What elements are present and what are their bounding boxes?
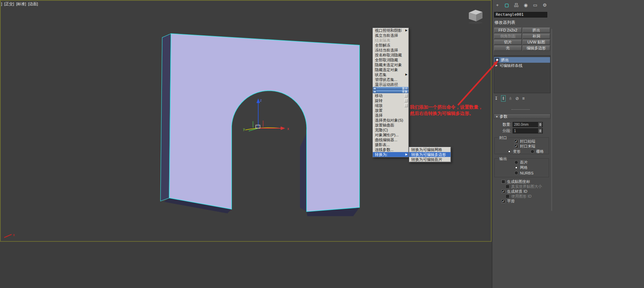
menu-item-convert-editable-patch[interactable]: 转换为可编辑面片 bbox=[409, 157, 451, 162]
menu-item-viewport-lighting-shadows[interactable]: 视口照明和阴影▶ bbox=[373, 28, 409, 33]
patch-radio[interactable] bbox=[514, 160, 518, 164]
menu-item-freeze-selection[interactable]: 冻结当前选择 bbox=[373, 48, 409, 53]
amount-spinner[interactable]: 280.0mm bbox=[513, 122, 543, 127]
segments-spinner[interactable]: 1 bbox=[513, 128, 543, 133]
viewport-shading-label[interactable]: [标准] bbox=[16, 2, 26, 6]
parameters-rollout-header[interactable]: ▼参数 bbox=[494, 114, 550, 119]
menu-item-curve-editor[interactable]: 曲线编辑器... bbox=[373, 137, 409, 142]
menu-item-move[interactable]: 移动 bbox=[373, 93, 409, 98]
settings-icon[interactable] bbox=[404, 104, 408, 107]
menu-item-unhide-all[interactable]: 全部取消隐藏 bbox=[373, 57, 409, 62]
object-name-field[interactable]: Rectangle001 bbox=[494, 12, 547, 18]
world-x-axis bbox=[4, 234, 12, 238]
expand-arrow-icon[interactable]: ▶ bbox=[495, 63, 498, 68]
create-tab-icon[interactable]: + bbox=[494, 2, 500, 8]
menu-item-rotate[interactable]: 旋转 bbox=[373, 98, 409, 103]
remove-modifier-icon[interactable]: ⊘ bbox=[515, 96, 519, 101]
menu-item-manage-state-sets[interactable]: 管理状态集... bbox=[373, 77, 409, 82]
menu-item-unfreeze-all[interactable]: 全部解冻 bbox=[373, 43, 409, 48]
mesh-option[interactable]: 网格 bbox=[514, 165, 528, 170]
3dsmax-window: x y z x ][正交][标准][边面] 视口照明和阴影▶ 孤立当前选择 结束… bbox=[0, 0, 644, 288]
menu-item-scale[interactable]: 缩放 bbox=[373, 103, 409, 108]
utilities-tab-icon[interactable]: ⚙ bbox=[542, 2, 548, 8]
grid-radio[interactable] bbox=[530, 150, 534, 153]
cap-start-checkbox[interactable]: ✓ bbox=[514, 139, 518, 143]
configure-modifier-sets-icon[interactable]: ≡ bbox=[522, 96, 525, 101]
stack-toolbar: ↧ ‖ ⋔ ⊘ ≡ bbox=[494, 95, 525, 102]
grid-option[interactable]: 栅格 bbox=[530, 149, 544, 154]
menu-item-object-properties[interactable]: 对象属性(P)... bbox=[373, 132, 409, 137]
menu-item-hide-unselected[interactable]: 隐藏未选定对象 bbox=[373, 62, 409, 67]
submenu-arrow-icon: ▶ bbox=[405, 28, 407, 33]
menu-item-convert-to[interactable]: 转换为:▶ bbox=[373, 152, 409, 157]
viewport[interactable]: x y z x ][正交][标准][边面] 视口照明和阴影▶ 孤立当前选择 结束… bbox=[0, 0, 492, 242]
modifier-button-cap-holes[interactable]: 补洞 bbox=[522, 34, 550, 39]
morph-option[interactable]: 变形 bbox=[507, 149, 521, 154]
modifier-button-slice[interactable]: 切片 bbox=[494, 40, 522, 45]
real-world-map-checkbox bbox=[506, 185, 509, 188]
modify-tab-icon[interactable]: ▢ bbox=[504, 2, 510, 8]
smooth-checkbox[interactable]: ✓ bbox=[501, 199, 505, 203]
modifier-button-bevel-profile: 倒角剖面 bbox=[494, 34, 522, 39]
menu-item-placement[interactable]: 放置 bbox=[373, 108, 409, 113]
menu-item-hide-selection[interactable]: 隐藏选定对象 bbox=[373, 67, 409, 72]
nurbs-radio[interactable] bbox=[514, 171, 518, 175]
modifier-button-ffd[interactable]: FFD 2x2x2 bbox=[494, 28, 522, 33]
pin-stack-icon[interactable]: ↧ bbox=[494, 96, 498, 101]
display-tab-icon[interactable]: ▭ bbox=[532, 2, 538, 8]
menu-item-unhide-by-name[interactable]: 按名称取消隐藏 bbox=[373, 53, 409, 57]
menu-item-dope-sheet[interactable]: 摄影表... bbox=[373, 142, 409, 147]
menu-item-state-sets[interactable]: 状态集▶ bbox=[373, 72, 409, 77]
modifier-list-dropdown[interactable]: 修改器列表 bbox=[494, 20, 515, 25]
menu-item-select[interactable]: 选择 bbox=[373, 113, 409, 118]
spinner-arrows[interactable] bbox=[538, 122, 542, 127]
show-end-result-icon[interactable]: ‖ bbox=[501, 95, 506, 102]
transform-gizmo[interactable]: x y z bbox=[243, 98, 289, 131]
menu-item-show-motion-paths[interactable]: 显示运动路径 bbox=[373, 82, 409, 87]
motion-tab-icon[interactable]: ◉ bbox=[523, 2, 529, 8]
spinner-arrows[interactable] bbox=[538, 129, 542, 133]
modifier-button-extrude[interactable]: 挤出 bbox=[522, 28, 550, 33]
settings-icon[interactable] bbox=[404, 99, 408, 102]
patch-option[interactable]: 面片 bbox=[514, 160, 528, 165]
use-shape-id-checkbox bbox=[506, 194, 509, 198]
menu-item-convert-editable-mesh[interactable]: 转换为可编辑网格 bbox=[409, 147, 451, 152]
spinner-up-icon[interactable] bbox=[539, 123, 541, 124]
object-inner-right-face bbox=[300, 133, 307, 212]
viewport-edged-faces-label[interactable]: [边面] bbox=[28, 2, 38, 6]
cap-end-option[interactable]: ✓ 封口末端 bbox=[514, 144, 535, 149]
spinner-down-icon[interactable] bbox=[539, 131, 541, 132]
smooth-option[interactable]: ✓ 平滑 bbox=[501, 199, 515, 204]
modifier-button-uvw-map[interactable]: UVW 贴图 bbox=[522, 40, 550, 45]
settings-icon[interactable] bbox=[404, 94, 408, 97]
generate-mapping-checkbox[interactable] bbox=[501, 180, 505, 184]
menu-item-convert-editable-poly[interactable]: 转换为可编辑多边形 bbox=[409, 152, 451, 157]
modifier-button-edit-poly[interactable]: 编辑多边形 bbox=[522, 46, 550, 51]
quad-chip-icon bbox=[373, 90, 376, 93]
menu-item-select-similar[interactable]: 选择类似对象(S) bbox=[373, 118, 409, 123]
nurbs-option[interactable]: NURBS bbox=[514, 171, 534, 175]
viewport-scene[interactable]: x y z x bbox=[0, 0, 492, 242]
generate-matid-option[interactable]: ✓ 生成材质 ID bbox=[501, 189, 527, 194]
menu-item-clone[interactable]: 克隆(C) bbox=[373, 128, 409, 132]
cap-end-checkbox[interactable]: ✓ bbox=[514, 144, 518, 148]
stack-item-editable-spline[interactable]: ▶ 可编辑样条线 bbox=[494, 63, 550, 68]
morph-radio[interactable] bbox=[507, 150, 511, 153]
menu-item-wire-parameters[interactable]: 连线参数... bbox=[373, 147, 409, 152]
generate-matid-checkbox[interactable]: ✓ bbox=[501, 190, 505, 193]
generate-mapping-option[interactable]: 生成贴图坐标 bbox=[501, 179, 530, 184]
command-panel-tabs: + ▢ 品 ◉ ▭ ⚙ bbox=[494, 2, 548, 8]
stack-item-extrude[interactable]: 挤出 bbox=[494, 57, 550, 63]
thumbnail-shadow bbox=[468, 22, 482, 24]
spinner-down-icon[interactable] bbox=[539, 125, 541, 126]
menu-item-isolate-selection[interactable]: 孤立当前选择 bbox=[373, 33, 409, 38]
modifier-button-shell[interactable]: 壳 bbox=[494, 46, 522, 51]
modifier-visibility-icon[interactable] bbox=[495, 58, 499, 62]
hierarchy-tab-icon[interactable]: 品 bbox=[513, 2, 519, 8]
spinner-up-icon[interactable] bbox=[539, 129, 541, 131]
mesh-radio[interactable] bbox=[514, 166, 518, 170]
menu-item-place-pivot-surface[interactable]: 放置轴曲面 bbox=[373, 123, 409, 128]
cap-start-option[interactable]: ✓ 封口始端 bbox=[514, 139, 535, 144]
viewport-pov-label[interactable]: [正交] bbox=[4, 2, 14, 6]
panel-scrollbar[interactable] bbox=[551, 29, 552, 211]
